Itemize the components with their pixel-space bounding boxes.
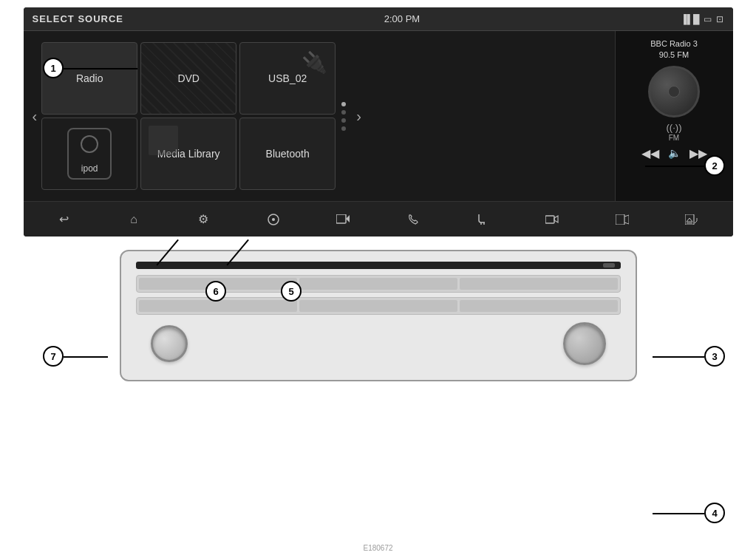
source-tile-bluetooth[interactable]: Bluetooth (239, 118, 336, 190)
source-label-radio: Radio (76, 72, 103, 84)
infotainment-screen: SELECT SOURCE 2:00 PM ▐▌█ ▭ ⊡ ‹ Radio DV… (24, 7, 733, 237)
playback-controls: ◀◀ 🔈 ▶▶ (641, 146, 707, 160)
navigation-bar: ↩ ⌂ ⚙ (24, 201, 733, 237)
callout-4: 4 (704, 503, 725, 523)
clock: 2:00 PM (384, 13, 420, 24)
back-button[interactable]: ↩ (51, 208, 78, 231)
battery-icon: ▭ (704, 14, 712, 24)
svg-point-1 (272, 218, 275, 221)
slot-row-2 (136, 297, 621, 315)
status-icons: ▐▌█ ▭ ⊡ (681, 14, 724, 24)
dot-3 (341, 118, 346, 123)
left-knob[interactable] (151, 325, 188, 362)
radio-waves-icon: ((·)) (667, 122, 682, 133)
parking-button[interactable] (609, 210, 636, 229)
media-button[interactable] (330, 210, 356, 229)
source-grid: Radio DVD USB_02 ipod Media (41, 42, 336, 190)
nav-next-button[interactable]: › (352, 108, 366, 125)
svg-line-7 (624, 215, 629, 217)
source-label-ipod: ipod (81, 163, 98, 174)
phone-button[interactable] (400, 209, 426, 230)
callout-3-line (653, 356, 704, 358)
ipod-device-graphic: ipod (67, 128, 112, 180)
source-tile-media-library[interactable]: Media Library (140, 118, 236, 190)
source-label-media-library: Media Library (157, 148, 220, 160)
navigation-button[interactable] (260, 209, 287, 230)
svg-rect-2 (336, 214, 346, 223)
album-art-disc (648, 66, 700, 118)
source-tile-usb[interactable]: USB_02 (239, 42, 336, 115)
svg-rect-6 (616, 214, 624, 225)
signal-icon: ▐▌█ (681, 14, 700, 24)
screen-title: SELECT SOURCE (33, 13, 124, 24)
callout-2-line (645, 166, 704, 167)
dot-1 (341, 102, 346, 106)
fm-label: FM (669, 134, 679, 142)
callout-6: 6 (205, 281, 226, 302)
physical-unit-body (120, 250, 637, 381)
slot-segment (460, 278, 618, 290)
power-eject-button[interactable] (678, 210, 705, 229)
fm-badge: ((·)) FM (667, 122, 682, 142)
volume-button[interactable]: 🔈 (668, 147, 681, 159)
disc-center (668, 86, 680, 98)
callout-7-line (64, 356, 108, 358)
page-dots (336, 102, 352, 131)
svg-line-8 (624, 222, 629, 224)
source-label-usb: USB_02 (268, 72, 307, 84)
callout-3: 3 (704, 346, 725, 367)
cd-slot (136, 262, 621, 269)
station-name: BBC Radio 390.5 FM (650, 38, 698, 61)
camera-button[interactable] (539, 210, 565, 228)
callout-1-line (64, 68, 137, 69)
dot-2 (341, 110, 346, 115)
callout-4-line (653, 513, 704, 514)
nav-prev-button[interactable]: ‹ (28, 108, 42, 125)
callout-7: 7 (43, 346, 64, 367)
connectivity-icon: ⊡ (716, 14, 723, 24)
slot-segment (299, 300, 457, 312)
callout-5: 5 (281, 281, 302, 302)
physical-unit (120, 250, 637, 381)
dot-4 (341, 126, 346, 131)
right-knob[interactable] (563, 322, 606, 365)
source-label-dvd: DVD (177, 72, 200, 84)
main-content-area: ‹ Radio DVD USB_02 ipod (24, 31, 733, 201)
watermark: E180672 (363, 544, 392, 552)
source-tile-dvd[interactable]: DVD (140, 42, 236, 115)
seat-button[interactable] (469, 209, 496, 230)
callout-1: 1 (43, 58, 64, 78)
screen-header: SELECT SOURCE 2:00 PM ▐▌█ ▭ ⊡ (24, 7, 733, 31)
prev-track-button[interactable]: ◀◀ (641, 146, 659, 160)
source-label-bluetooth: Bluetooth (266, 148, 310, 160)
home-button[interactable]: ⌂ (120, 208, 147, 231)
next-track-button[interactable]: ▶▶ (689, 146, 707, 160)
callout-2: 2 (704, 155, 725, 176)
source-tile-radio[interactable]: Radio (41, 42, 137, 115)
source-tile-ipod[interactable]: ipod (41, 118, 137, 190)
slot-segment (139, 300, 297, 312)
svg-rect-4 (545, 216, 554, 223)
slot-segment (460, 300, 618, 312)
settings-button[interactable]: ⚙ (190, 208, 217, 231)
physical-unit-bottom-row (136, 322, 621, 365)
source-grid-container: ‹ Radio DVD USB_02 ipod (24, 31, 615, 201)
slot-segment (299, 278, 457, 290)
